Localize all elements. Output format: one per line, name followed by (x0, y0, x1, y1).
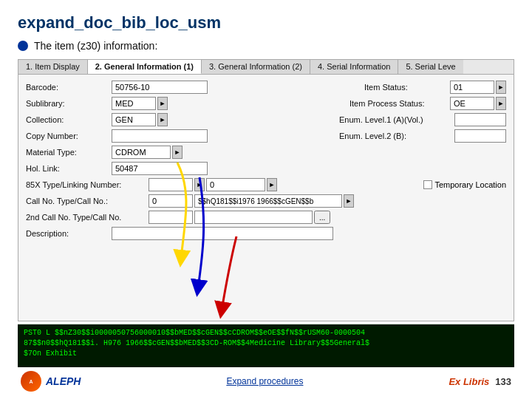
copy-number-input[interactable] (112, 129, 208, 143)
tab-serial-level[interactable]: 5. Serial Leve (398, 60, 463, 74)
callno-field-wrap: ► (149, 194, 354, 208)
copy-number-field-wrap (112, 129, 208, 143)
callno2-label: 2nd Call No. Type/Call No. (26, 213, 144, 222)
type85x-label: 85X Type/Linking Number: (26, 180, 144, 189)
aleph-text: ALEPH (46, 375, 81, 387)
hol-link-field-wrap (112, 162, 208, 175)
tab-bar: 1. Item Display 2. General Information (… (18, 59, 514, 74)
bullet-icon (18, 41, 28, 51)
barcode-label: Barcode: (26, 83, 107, 92)
type85x-field-wrap: ► ► (149, 178, 277, 191)
item-status-label: Item Status: (364, 83, 446, 92)
item-status-arrow[interactable]: ► (496, 81, 506, 94)
footer: A ALEPH Expand procedures Ex Libris 133 (18, 371, 514, 392)
type85x-arrow2[interactable]: ► (267, 178, 277, 191)
collection-field-wrap: ► (112, 113, 168, 126)
tab-general-info-2[interactable]: 3. General Information (2) (202, 60, 310, 74)
collection-input[interactable] (112, 113, 156, 126)
page-title: expand_doc_bib_loc_usm (18, 13, 514, 33)
sublibrary-arrow[interactable]: ► (157, 97, 168, 110)
type85x-input1[interactable] (149, 178, 193, 191)
enum-level1-field-wrap (454, 113, 506, 126)
type85x-arrow[interactable]: ► (194, 178, 205, 191)
material-type-field-wrap: ► (112, 146, 183, 159)
tab-serial-info[interactable]: 4. Serial Information (310, 60, 398, 74)
enum-level1-label: Enum. Level.1 (A)(Vol.) (339, 115, 450, 124)
hol-link-input[interactable] (112, 162, 208, 175)
material-type-input[interactable] (112, 146, 171, 159)
expand-procedures-link[interactable]: Expand procedures (226, 376, 303, 386)
aleph-circle-icon: A (21, 371, 41, 392)
description-input[interactable] (112, 227, 333, 240)
item-status-input[interactable] (450, 81, 494, 94)
tab-item-display[interactable]: 1. Item Display (18, 60, 88, 74)
form-panel: Barcode: Item Status: ► Sublibrary: ► It… (18, 74, 514, 321)
callno2-more-btn[interactable]: ... (314, 211, 330, 224)
enum-level2-field-wrap (454, 129, 506, 143)
description-label: Description: (26, 229, 107, 238)
sublibrary-field-wrap: ► (112, 97, 168, 110)
enum-level1-input[interactable] (454, 113, 506, 126)
callno-arrow[interactable]: ► (344, 194, 354, 208)
temp-location-checkbox[interactable] (423, 180, 432, 189)
item-process-input[interactable] (450, 97, 494, 110)
console-line1: PST0 L $$nZ30$$i0000050756000010$$bMED$$… (24, 328, 508, 338)
item-process-label: Item Process Status: (349, 99, 446, 108)
barcode-field-wrap (112, 81, 208, 94)
enum-level2-input[interactable] (454, 129, 506, 143)
console-output: PST0 L $$nZ30$$i0000050756000010$$bMED$$… (18, 324, 514, 367)
material-type-arrow[interactable]: ► (172, 146, 183, 159)
callno2-field-wrap: ... (149, 211, 330, 224)
callno-value-input[interactable] (194, 194, 342, 208)
description-field-wrap (112, 227, 333, 240)
material-type-label: Material Type: (26, 148, 107, 157)
item-status-field-wrap: ► (450, 81, 506, 94)
console-line2: 87$$n0$$hQ181$$i. H976 1966$$cGEN$$bMED$… (24, 338, 508, 349)
enum-level2-label: Enum. Level.2 (B): (339, 132, 450, 140)
page-number: 133 (495, 376, 511, 387)
barcode-input[interactable] (112, 81, 208, 94)
aleph-logo: A ALEPH (21, 371, 81, 392)
temp-location-wrap: Temporary Location (423, 180, 506, 189)
item-process-field-wrap: ► (450, 97, 506, 110)
temp-location-label: Temporary Location (434, 180, 506, 189)
console-line3: $7On Exhibit (24, 349, 508, 359)
callno-type-input[interactable] (149, 194, 193, 208)
item-process-arrow[interactable]: ► (496, 97, 506, 110)
hol-link-label: Hol. Link: (26, 164, 107, 173)
collection-label: Collection: (26, 115, 107, 124)
sublibrary-input[interactable] (112, 97, 156, 110)
callno2-type-input[interactable] (149, 211, 193, 224)
sublibrary-label: Sublibrary: (26, 99, 107, 108)
collection-arrow[interactable]: ► (157, 113, 168, 126)
callno2-value-input[interactable] (194, 211, 313, 224)
ex-libris-logo: Ex Libris (449, 376, 489, 387)
subtitle: The item (z30) information: (34, 40, 157, 52)
callno-label: Call No. Type/Call No.: (26, 197, 144, 205)
tab-general-info-1[interactable]: 2. General Information (1) (88, 60, 202, 74)
type85x-input2[interactable] (206, 178, 265, 191)
copy-number-label: Copy Number: (26, 132, 107, 140)
